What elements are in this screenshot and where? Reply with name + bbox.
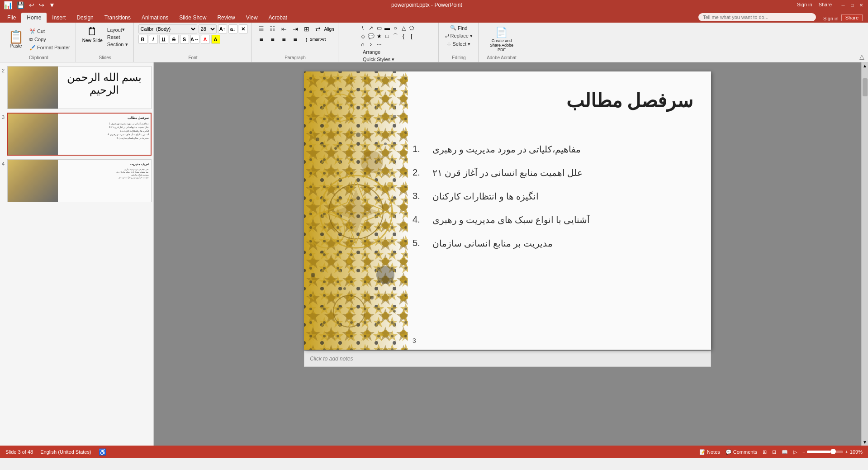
- copy-button[interactable]: ⧉ Copy: [28, 36, 72, 43]
- quick-styles-button[interactable]: Quick Styles ▾: [361, 56, 407, 63]
- shape-pentagon[interactable]: ⬠: [408, 24, 415, 32]
- shape-star[interactable]: ★: [375, 33, 383, 40]
- scroll-thumb[interactable]: [863, 78, 868, 96]
- cut-button[interactable]: ✂️ Cut: [28, 28, 72, 35]
- shape-rect[interactable]: ▭: [375, 24, 383, 32]
- shape-diamond[interactable]: ◇: [359, 33, 366, 40]
- right-scrollbar[interactable]: ▲ ▼: [861, 62, 868, 446]
- convert-smartart-button[interactable]: SmartArt: [313, 35, 323, 44]
- save-button[interactable]: 💾: [15, 1, 26, 9]
- columns-button[interactable]: ⊞: [302, 24, 312, 33]
- minimize-button[interactable]: ─: [840, 2, 846, 8]
- tab-animations[interactable]: Animations: [136, 13, 174, 23]
- shape-bracket[interactable]: [: [408, 33, 415, 40]
- replace-button[interactable]: ⇄ Replace ▾: [443, 33, 474, 39]
- shape-circle[interactable]: ○: [392, 24, 399, 32]
- shape-arrow[interactable]: ↗: [367, 24, 375, 32]
- share-label[interactable]: Share: [841, 14, 863, 21]
- normal-view-button[interactable]: ⊞: [763, 449, 767, 455]
- justify-button[interactable]: ≡: [290, 35, 300, 44]
- find-button[interactable]: 🔍 Find: [448, 24, 469, 31]
- notes-area[interactable]: Click to add notes: [304, 351, 711, 367]
- highlight-button[interactable]: A: [211, 35, 220, 44]
- increase-font-button[interactable]: A↑: [218, 24, 227, 33]
- decrease-font-button[interactable]: a↓: [228, 24, 237, 33]
- scroll-up-button[interactable]: ▲: [862, 62, 868, 69]
- shape-connector[interactable]: ⌒: [392, 33, 399, 40]
- shape-arc[interactable]: ∩: [359, 41, 366, 48]
- reset-button[interactable]: Reset: [105, 34, 130, 40]
- slide-thumb-2[interactable]: 2 * بسم الله الرحمن الرحيم: [2, 66, 152, 109]
- create-pdf-button[interactable]: 📄 Create and Share Adobe PDF: [483, 26, 520, 53]
- zoom-slider[interactable]: [807, 451, 843, 453]
- decrease-indent-button[interactable]: ⇤: [279, 24, 289, 33]
- zoom-in-button[interactable]: +: [845, 449, 848, 455]
- arrange-button[interactable]: Arrange: [361, 49, 407, 55]
- tab-view[interactable]: View: [241, 13, 263, 23]
- shape-rect2[interactable]: ▬: [384, 24, 391, 32]
- underline-button[interactable]: U: [159, 35, 168, 44]
- maximize-button[interactable]: □: [849, 2, 855, 8]
- close-button[interactable]: ✕: [858, 2, 864, 8]
- collapse-ribbon-button[interactable]: △: [858, 23, 866, 62]
- new-slide-button[interactable]: 🗒 New Slide: [81, 24, 104, 44]
- shape-callout[interactable]: 💬: [367, 33, 375, 40]
- redo-button[interactable]: ↪: [38, 1, 46, 9]
- align-text-button[interactable]: Align: [324, 24, 334, 33]
- char-spacing-button[interactable]: A↔: [190, 35, 199, 44]
- shape-chevron[interactable]: ›: [367, 41, 375, 48]
- slideshow-button[interactable]: ▷: [793, 449, 797, 455]
- shape-line[interactable]: \: [359, 24, 366, 32]
- share-button[interactable]: Share: [819, 2, 832, 8]
- tab-slideshow[interactable]: Slide Show: [174, 13, 212, 23]
- font-color-button[interactable]: A: [201, 35, 210, 44]
- signin-button[interactable]: Sign in: [797, 2, 812, 8]
- font-name-select[interactable]: Calibri (Body): [138, 24, 197, 33]
- tab-insert[interactable]: Insert: [47, 13, 71, 23]
- paste-button[interactable]: 📋 Paste: [5, 24, 27, 54]
- comments-status-button[interactable]: 💬 Comments: [726, 449, 757, 455]
- slide-sorter-button[interactable]: ⊟: [772, 449, 776, 455]
- zoom-handle[interactable]: [830, 449, 836, 454]
- font-size-select[interactable]: 28: [199, 24, 217, 33]
- search-input[interactable]: [698, 13, 816, 21]
- tab-file[interactable]: File: [2, 13, 21, 23]
- undo-button[interactable]: ↩: [28, 1, 36, 9]
- main-slide[interactable]: سرفصل مطالب مفاهیم،کلیاتی در مورد مدیریت…: [304, 71, 711, 350]
- zoom-out-button[interactable]: −: [802, 449, 805, 455]
- signin-label[interactable]: Sign in: [823, 16, 839, 21]
- tab-review[interactable]: Review: [212, 13, 240, 23]
- accessibility-icon[interactable]: ♿: [99, 448, 106, 456]
- center-button[interactable]: ≡: [268, 35, 278, 44]
- slide-thumb-3[interactable]: 3 * سرفصل مطالب مفاهیم،کلیاتی در مورد مد…: [2, 113, 152, 156]
- align-right-button[interactable]: ≡: [279, 35, 289, 44]
- tab-design[interactable]: Design: [71, 13, 99, 23]
- slide-img-3[interactable]: * سرفصل مطالب مفاهیم،کلیاتی در مورد مدیر…: [7, 113, 152, 156]
- slide-img-2[interactable]: * بسم الله الرحمن الرحيم: [7, 66, 152, 109]
- tab-home[interactable]: Home: [21, 13, 47, 23]
- text-direction-button[interactable]: ⇄: [313, 24, 323, 33]
- qat-more-button[interactable]: ▼: [47, 1, 57, 9]
- shape-triangle[interactable]: △: [400, 24, 407, 32]
- shape-more[interactable]: ⋯: [375, 41, 383, 48]
- notes-status-button[interactable]: 📝 Notes: [699, 449, 720, 455]
- tab-acrobat[interactable]: Acrobat: [263, 13, 293, 23]
- increase-indent-button[interactable]: ⇥: [290, 24, 300, 33]
- scroll-down-button[interactable]: ▼: [862, 439, 868, 446]
- shape-flowchart[interactable]: □: [384, 33, 391, 40]
- slide-img-4[interactable]: * تعریف مدیریت • هدر انجام کار با و به و…: [7, 159, 152, 202]
- clear-formatting-button[interactable]: ✕: [239, 24, 248, 33]
- tab-transitions[interactable]: Transitions: [99, 13, 136, 23]
- align-left-button[interactable]: ≡: [256, 35, 266, 44]
- italic-button[interactable]: I: [149, 35, 158, 44]
- select-button[interactable]: ⊹ Select ▾: [445, 41, 472, 47]
- bold-button[interactable]: B: [138, 35, 147, 44]
- format-painter-button[interactable]: 🖌️ Format Painter: [28, 44, 72, 51]
- reading-view-button[interactable]: 📖: [782, 449, 788, 455]
- shadow-button[interactable]: S: [180, 35, 189, 44]
- slide-thumb-4[interactable]: 4 * تعریف مدیریت • هدر انجام کار با و به…: [2, 159, 152, 202]
- layout-button[interactable]: Layout ▾: [105, 26, 130, 33]
- shape-brace[interactable]: {: [400, 33, 407, 40]
- bullets-button[interactable]: ☰: [256, 24, 266, 33]
- section-button[interactable]: Section ▾: [105, 41, 130, 48]
